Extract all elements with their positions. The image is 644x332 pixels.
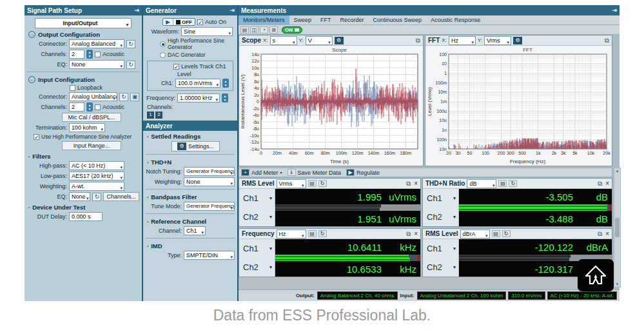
- channels-stepper[interactable]: ▲▼: [86, 103, 93, 112]
- imd-type-select[interactable]: SMPTE/DIN ▾: [184, 251, 235, 260]
- input-range-button[interactable]: Input Range...: [62, 141, 121, 150]
- tab-fft[interactable]: FFT: [316, 15, 336, 24]
- meter-unit-select[interactable]: Vrms ▾: [277, 179, 306, 188]
- close-icon[interactable]: ×: [605, 230, 609, 237]
- bar-display-icon[interactable]: ▤: [492, 230, 500, 237]
- generator-channel-button-1[interactable]: 1: [147, 112, 154, 119]
- generator-play-icon[interactable]: ▶: [163, 19, 173, 25]
- undock-icon[interactable]: ⇥: [612, 7, 617, 14]
- generator-header[interactable]: Generator ⇥: [143, 5, 237, 15]
- scroll-thumb[interactable]: [615, 218, 620, 237]
- meter-settings-icon[interactable]: ↻: [318, 230, 327, 237]
- close-icon[interactable]: ×: [414, 180, 418, 187]
- tune-mode-select[interactable]: Generator Frequency ▾: [184, 202, 235, 211]
- output-acoustic-checkbox[interactable]: [95, 52, 101, 57]
- meters-view-icon[interactable]: ▤: [240, 26, 249, 34]
- termination-select[interactable]: 100 kohm ▾: [69, 123, 105, 132]
- meter-settings-icon[interactable]: ↻: [502, 230, 511, 237]
- channel-select[interactable]: Ch2 ▾: [239, 258, 275, 277]
- export-icon[interactable]: ⧉: [416, 37, 420, 44]
- output-channels-input[interactable]: 2: [69, 50, 84, 59]
- filter-eq-select[interactable]: None ▾: [69, 192, 90, 201]
- frequency-stepper[interactable]: ▲▼: [222, 93, 228, 103]
- tab-sweep[interactable]: Sweep: [289, 15, 317, 24]
- analyzer-weighting-select[interactable]: None ▾: [184, 177, 235, 186]
- loopback-checkbox[interactable]: [70, 85, 75, 91]
- analyzer-header[interactable]: Analyzer: [143, 121, 237, 131]
- signal-path-selector[interactable]: Input/Output ▼: [35, 18, 132, 28]
- eq-settings-icon[interactable]: ↻: [126, 61, 135, 69]
- channel-select[interactable]: Ch1 ▾: [239, 189, 275, 208]
- close-icon[interactable]: ×: [605, 180, 609, 187]
- channel-select[interactable]: Ch1 ▾: [423, 239, 459, 258]
- auto-on-checkbox[interactable]: ✓: [197, 19, 203, 25]
- input-acoustic-checkbox[interactable]: [95, 104, 101, 110]
- generator-off-button[interactable]: OFF: [173, 19, 195, 25]
- scroll-up-icon[interactable]: ▲: [616, 169, 620, 173]
- waveform-select[interactable]: Sine ▾: [181, 27, 233, 36]
- input-monitor-icon[interactable]: ▣: [130, 93, 139, 101]
- hp-sine-generator-radio[interactable]: [160, 41, 166, 47]
- on-toggle[interactable]: ON: [282, 26, 302, 34]
- export-icon[interactable]: ⧉: [605, 37, 609, 44]
- meter-unit-select[interactable]: Hz ▾: [277, 229, 306, 239]
- layout-icon[interactable]: ⊞: [269, 26, 278, 34]
- bar-display-icon[interactable]: ▤: [308, 180, 317, 187]
- channel-select[interactable]: Ch1 ▾: [239, 239, 275, 258]
- tab-monitors-meters[interactable]: Monitors/Meters: [239, 15, 289, 24]
- ch1-level-select[interactable]: 100.0 mVrms ▾: [175, 79, 220, 88]
- output-settings-icon[interactable]: ↻: [126, 40, 135, 48]
- meters-scrollbar[interactable]: ▲ ▼: [614, 168, 621, 288]
- regulate-button[interactable]: ▶ Regulate: [346, 169, 380, 176]
- ref-channel-select[interactable]: Ch1 ▾: [184, 226, 206, 235]
- notch-tuning-select[interactable]: Generator Frequency ▾: [184, 167, 235, 176]
- export-icon[interactable]: ⧉: [598, 180, 602, 188]
- add-meter-button[interactable]: + Add Meter ▾: [241, 169, 282, 176]
- meter-settings-icon[interactable]: ↻: [509, 180, 517, 187]
- input-channels-input[interactable]: 2: [69, 103, 84, 112]
- channel-select[interactable]: Ch1 ▾: [423, 189, 459, 208]
- tab-continuous-sweep[interactable]: Continuous Sweep: [369, 15, 427, 24]
- level-stepper[interactable]: ▲▼: [222, 79, 229, 88]
- meter-settings-icon[interactable]: ↻: [318, 180, 327, 187]
- export-icon[interactable]: ⧉: [598, 230, 602, 238]
- export-icon[interactable]: ⧉: [406, 230, 411, 238]
- dac-generator-radio[interactable]: [160, 52, 166, 58]
- mic-cal-button[interactable]: Mic Cal / dBSPL...: [62, 113, 121, 122]
- fft-x-unit-select[interactable]: Hz ▾: [449, 36, 476, 45]
- channel-select[interactable]: Ch2 ▾: [423, 258, 459, 277]
- channel-select[interactable]: Ch2 ▾: [423, 208, 459, 226]
- channel-select[interactable]: Ch2 ▾: [239, 208, 275, 226]
- output-connector-select[interactable]: Analog Balanced ▾: [69, 39, 124, 48]
- settling-icon[interactable]: ◔: [260, 26, 268, 34]
- close-icon[interactable]: ×: [414, 230, 418, 237]
- fft-y-unit-select[interactable]: Vrms ▾: [484, 36, 511, 45]
- meter-unit-select[interactable]: dBrA ▾: [460, 229, 490, 239]
- scope-x-unit-select[interactable]: s ▾: [270, 36, 297, 45]
- tab-recorder[interactable]: Recorder: [336, 15, 369, 24]
- filter-channels-button[interactable]: Channels...: [103, 192, 139, 201]
- frequency-select[interactable]: 1.00000 kHz ▾: [177, 93, 220, 103]
- high-pass-select[interactable]: AC (< 10 Hz) ▾: [69, 161, 124, 170]
- measurements-header[interactable]: Measurements ⇥: [239, 5, 620, 15]
- bar-display-icon[interactable]: ▤: [498, 180, 507, 187]
- meter-unit-select[interactable]: dB ▾: [467, 179, 496, 188]
- settings-button[interactable]: ⚙ Settings...: [171, 141, 220, 151]
- bar-display-icon[interactable]: ▤: [308, 230, 317, 237]
- export-icon[interactable]: ⧉: [406, 180, 411, 188]
- undock-icon[interactable]: ⇥: [229, 7, 235, 14]
- tab-acoustic-response[interactable]: Acoustic Response: [426, 15, 485, 24]
- weighting-select[interactable]: A-wt. ▾: [69, 182, 124, 191]
- scope-view-icon[interactable]: ◫: [250, 26, 259, 34]
- dut-delay-input[interactable]: 0.000 s: [69, 212, 102, 221]
- filter-eq-settings-icon[interactable]: ↻: [92, 193, 101, 201]
- scroll-down-icon[interactable]: ▼: [616, 282, 620, 286]
- generator-channel-button-2[interactable]: 2: [155, 112, 162, 119]
- save-meter-data-button[interactable]: ⇓ Save Meter Data: [288, 169, 342, 176]
- scope-settings-icon[interactable]: ⚙: [335, 37, 344, 44]
- scope-y-unit-select[interactable]: V ▾: [306, 36, 333, 45]
- channels-stepper[interactable]: ▲▼: [86, 50, 93, 59]
- signal-path-header[interactable]: Signal Path Setup ⇥: [24, 5, 142, 15]
- hp-sine-analyzer-checkbox[interactable]: ✓: [34, 134, 39, 140]
- input-connector-select[interactable]: Analog Unbalanced ▾: [69, 92, 117, 101]
